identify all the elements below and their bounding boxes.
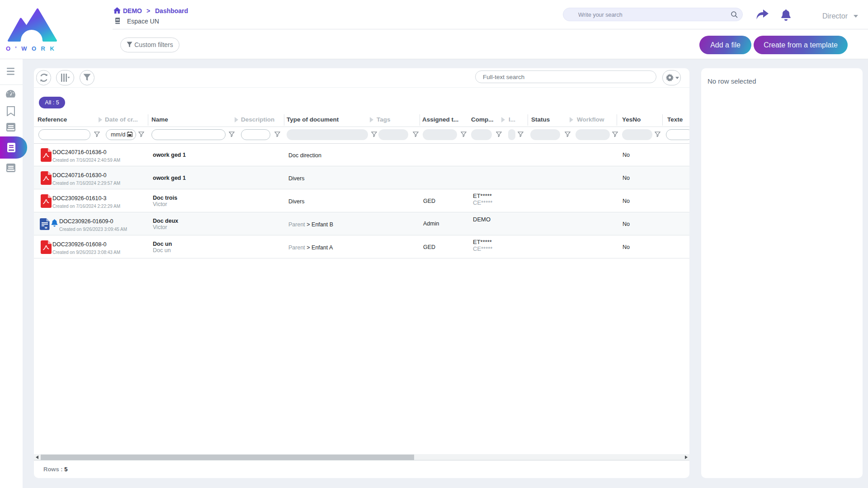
svg-text:O'WORK: O'WORK: [6, 45, 59, 52]
svg-text:w: w: [44, 226, 47, 229]
